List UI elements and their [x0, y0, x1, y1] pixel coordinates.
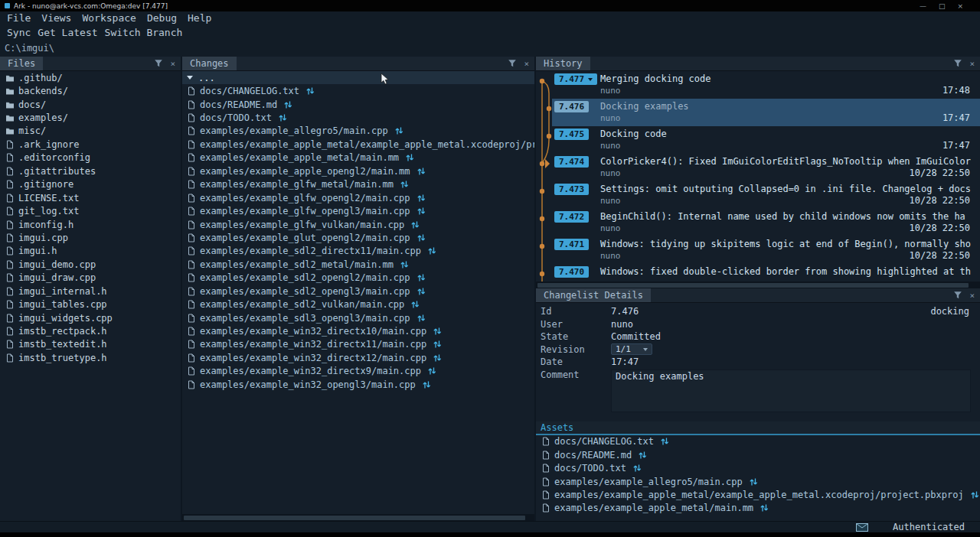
- close-panel-icon[interactable]: ×: [969, 59, 975, 69]
- asset-row[interactable]: examples/example_apple_metal/main.mm: [536, 502, 980, 515]
- menu-file[interactable]: File: [7, 12, 31, 24]
- revision-badge[interactable]: 7.471: [554, 239, 589, 250]
- changed-file-row[interactable]: examples/example_win32_directx11/main.cp…: [182, 338, 534, 351]
- file-tree-item[interactable]: imconfig.h: [0, 218, 181, 231]
- file-tree-item[interactable]: imgui.cpp: [0, 231, 181, 244]
- file-tree-item[interactable]: .gitattributes: [0, 164, 181, 177]
- file-tree-item[interactable]: git_log.txt: [0, 204, 181, 217]
- file-tree-item[interactable]: imgui_tables.cpp: [0, 298, 181, 311]
- changed-file-row[interactable]: examples/example_sdl2_metal/main.mm: [182, 258, 534, 271]
- changed-file-row[interactable]: examples/example_glfw_metal/main.mm: [182, 178, 534, 191]
- filter-icon[interactable]: [953, 291, 962, 300]
- commit-row-selected[interactable]: 7.476 Docking examples nuno 17:47: [536, 99, 980, 126]
- changed-file-row[interactable]: docs/TODO.txt: [182, 111, 534, 124]
- changes-root-row[interactable]: ...: [182, 71, 534, 84]
- file-icon: [187, 140, 196, 149]
- close-panel-icon[interactable]: ×: [524, 59, 529, 69]
- asset-row[interactable]: examples/example_apple_metal/example_app…: [536, 488, 980, 501]
- menu-views[interactable]: Views: [41, 12, 71, 24]
- commit-time: 10/28 22:50: [910, 195, 970, 206]
- switch-branch-button[interactable]: Switch Branch: [105, 27, 183, 38]
- close-panel-icon[interactable]: ×: [969, 291, 975, 301]
- changed-file-row[interactable]: examples/example_glut_opengl2/main.cpp: [182, 231, 534, 244]
- branch-name: docking: [930, 306, 980, 317]
- close-button[interactable]: ×: [957, 2, 963, 10]
- horizontal-scrollbar[interactable]: [182, 514, 534, 521]
- file-tree-item[interactable]: imgui_internal.h: [0, 285, 181, 298]
- menu-workspace[interactable]: Workspace: [82, 12, 136, 24]
- get-latest-button[interactable]: Get Latest: [38, 27, 97, 38]
- file-tree-item[interactable]: .gitignore: [0, 178, 181, 191]
- file-tree-item[interactable]: misc/: [0, 125, 181, 138]
- changed-file-row[interactable]: examples/example_win32_directx9/main.cpp: [182, 365, 534, 378]
- commit-row[interactable]: 7.471 Windows: tidying up skipitems logi…: [536, 236, 980, 264]
- changed-file-row[interactable]: examples/example_apple_metal/example_app…: [182, 138, 534, 151]
- comment-field[interactable]: Docking examples: [611, 369, 971, 412]
- file-tree-item[interactable]: imstb_textedit.h: [0, 338, 181, 351]
- scrollbar-thumb[interactable]: [537, 283, 969, 288]
- changed-file-row[interactable]: examples/example_win32_directx12/main.cp…: [182, 351, 534, 364]
- changed-file-row[interactable]: examples/example_sdl3_opengl3/main.cpp: [182, 311, 534, 324]
- asset-row[interactable]: docs/README.md: [536, 448, 980, 461]
- changed-file-row[interactable]: examples/example_glfw_opengl2/main.cpp: [182, 191, 534, 204]
- file-tree-item[interactable]: imgui_demo.cpp: [0, 258, 181, 271]
- changed-file-row[interactable]: examples/example_apple_metal/main.mm: [182, 151, 534, 164]
- menu-debug[interactable]: Debug: [147, 12, 177, 24]
- commit-row[interactable]: 7.475 Docking code nuno 17:47: [536, 126, 980, 154]
- file-tree-item[interactable]: imgui_draw.cpp: [0, 272, 181, 285]
- commit-row[interactable]: 7.472 BeginChild(): Internal name used b…: [536, 209, 980, 236]
- revision-badge[interactable]: 7.476: [554, 101, 589, 112]
- file-tree-item[interactable]: examples/: [0, 111, 181, 124]
- changed-file-row[interactable]: examples/example_sdl2_opengl2/main.cpp: [182, 272, 534, 285]
- menu-help[interactable]: Help: [188, 12, 211, 24]
- revision-badge[interactable]: 7.472: [554, 211, 589, 223]
- close-panel-icon[interactable]: ×: [170, 59, 175, 69]
- changed-file-row[interactable]: docs/README.md: [182, 98, 534, 111]
- file-tree-item[interactable]: .github/: [0, 71, 181, 84]
- maximize-button[interactable]: □: [939, 2, 946, 10]
- asset-row[interactable]: docs/CHANGELOG.txt: [536, 435, 980, 448]
- revision-dropdown[interactable]: 1/1: [611, 343, 652, 355]
- revision-badge[interactable]: 7.477: [554, 73, 597, 85]
- changelist-details-panel: Changelist Details × Id 7.476 docking Us…: [536, 288, 980, 521]
- filter-icon[interactable]: [154, 59, 163, 68]
- changed-file-row[interactable]: examples/example_win32_opengl3/main.cpp: [182, 378, 534, 391]
- horizontal-scrollbar[interactable]: [536, 282, 980, 288]
- revision-badge[interactable]: 7.473: [554, 184, 589, 195]
- file-tree-item[interactable]: imgui_widgets.cpp: [0, 311, 181, 324]
- file-icon: [187, 287, 196, 296]
- file-tree-item[interactable]: LICENSE.txt: [0, 191, 181, 204]
- file-tree-item[interactable]: backends/: [0, 84, 181, 97]
- changed-file-row[interactable]: examples/example_win32_directx10/main.cp…: [182, 324, 534, 337]
- minimize-button[interactable]: —: [920, 2, 926, 10]
- file-icon: [187, 246, 196, 255]
- commit-row[interactable]: 7.477 Merging docking code nuno 17:48: [536, 71, 980, 99]
- changed-file-row[interactable]: examples/example_sdl2_opengl3/main.cpp: [182, 285, 534, 298]
- filter-icon[interactable]: [508, 59, 517, 68]
- file-tree-item[interactable]: .editorconfig: [0, 151, 181, 164]
- file-tree-item[interactable]: imstb_rectpack.h: [0, 324, 181, 337]
- commit-row[interactable]: 7.473 Settings: omit outputing Collapsed…: [536, 181, 980, 209]
- revision-badge[interactable]: 7.475: [554, 129, 589, 140]
- asset-row[interactable]: docs/TODO.txt: [536, 461, 980, 474]
- filter-icon[interactable]: [953, 59, 962, 68]
- changed-file-row[interactable]: examples/example_glfw_opengl3/main.cpp: [182, 204, 534, 217]
- revision-badge[interactable]: 7.470: [554, 266, 589, 278]
- scrollbar-thumb[interactable]: [184, 516, 525, 520]
- changed-file-row[interactable]: examples/example_sdl2_directx11/main.cpp: [182, 245, 534, 258]
- commit-row[interactable]: 7.474 ColorPicker4(): Fixed ImGuiColorEd…: [536, 154, 980, 181]
- revision-badge[interactable]: 7.474: [554, 156, 589, 168]
- asset-row[interactable]: examples/example_allegro5/main.cpp: [536, 475, 980, 488]
- sync-button[interactable]: Sync: [7, 27, 31, 38]
- envelope-icon[interactable]: [856, 523, 868, 532]
- changed-file-row[interactable]: examples/example_allegro5/main.cpp: [182, 125, 534, 138]
- file-tree-item[interactable]: imstb_truetype.h: [0, 351, 181, 364]
- changed-file-row[interactable]: examples/example_sdl2_vulkan/main.cpp: [182, 298, 534, 311]
- file-tree-item[interactable]: docs/: [0, 98, 181, 111]
- changed-file-row[interactable]: examples/example_apple_opengl2/main.mm: [182, 164, 534, 177]
- file-tree-item[interactable]: imgui.h: [0, 245, 181, 258]
- file-tree-item[interactable]: .ark_ignore: [0, 138, 181, 151]
- changed-file-row[interactable]: examples/example_glfw_vulkan/main.cpp: [182, 218, 534, 231]
- changed-file-row[interactable]: docs/CHANGELOG.txt: [182, 84, 534, 97]
- expand-icon[interactable]: [187, 76, 193, 80]
